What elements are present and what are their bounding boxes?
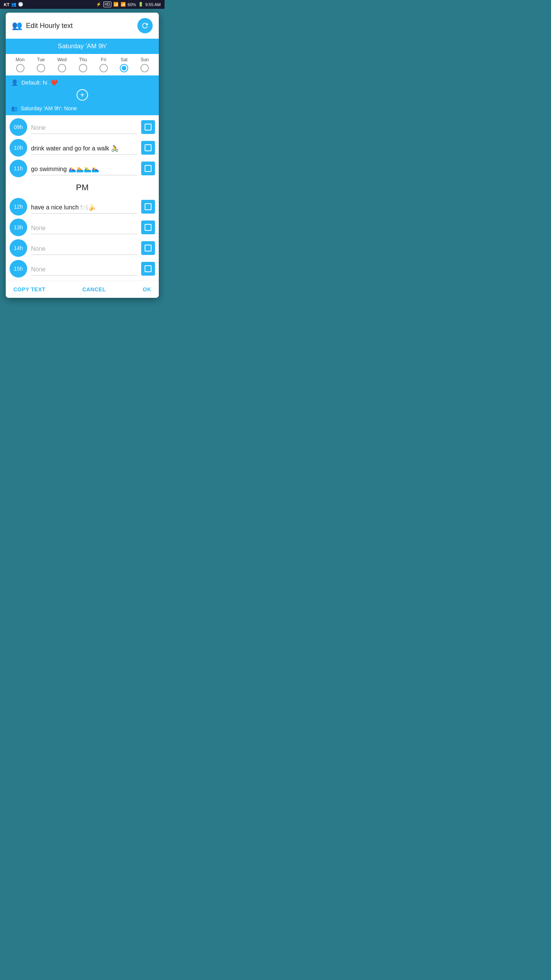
history-icon: 🕐 (18, 2, 23, 7)
hour-row-11: 11h go swimming 🏊‍♀️🏊🏊‍♂️🏊‍♀️ (6, 157, 159, 177)
person-icon-sm: 👤 (11, 79, 18, 86)
hour-text-13: None (31, 224, 46, 232)
hour-bubble-14: 14h (10, 239, 27, 257)
default-text: Default: hi .❤️ (21, 79, 58, 86)
hour-text-area-09[interactable]: None (31, 120, 137, 134)
hour-text-12: have a nice lunch 🍽️🍌 (31, 204, 96, 212)
copy-text-button[interactable]: COPY TEXT (13, 286, 46, 292)
hour-bubble-11: 11h (10, 160, 27, 177)
battery-icon: 🔋 (138, 2, 143, 7)
expand-btn-13[interactable] (141, 220, 155, 234)
add-btn[interactable]: + (11, 86, 153, 104)
day-tue[interactable]: Tue (37, 57, 45, 72)
hour-text-area-15[interactable]: None (31, 262, 137, 276)
default-row: 👤 Default: hi .❤️ (11, 79, 153, 86)
day-fri[interactable]: Fri (99, 57, 108, 72)
bluetooth-icon: ⚡ (96, 2, 101, 7)
default-section: 👤 Default: hi .❤️ + 👥 Saturday 'AM 9h': … (6, 75, 159, 115)
day-thu[interactable]: Thu (79, 57, 87, 72)
saturday-text: Saturday 'AM 9h': None (21, 105, 77, 111)
hour-text-11: go swimming 🏊‍♀️🏊🏊‍♂️🏊‍♀️ (31, 165, 99, 173)
dialog-footer: COPY TEXT CANCEL OK (6, 281, 159, 298)
refresh-button[interactable] (137, 18, 153, 33)
day-wed[interactable]: Wed (57, 57, 67, 72)
hd-icon: HD (103, 2, 111, 7)
hour-row-12: 12h have a nice lunch 🍽️🍌 (6, 195, 159, 216)
ok-button[interactable]: OK (143, 286, 151, 292)
day-mon[interactable]: Mon (16, 57, 24, 72)
expand-btn-14[interactable] (141, 241, 155, 255)
expand-btn-15[interactable] (141, 262, 155, 276)
hour-bubble-10: 10h (10, 139, 27, 157)
day-radios: Mon Tue Wed Thu Fri Sat Sun (6, 54, 159, 75)
hour-bubble-09: 09h (10, 118, 27, 136)
hour-text-area-14[interactable]: None (31, 241, 137, 255)
hour-bubble-12: 12h (10, 198, 27, 216)
hours-list: 09h None 10h drink water and go for a wa… (6, 115, 159, 278)
people-icon: 👥 (11, 2, 16, 7)
hour-row-13: 13h None (6, 216, 159, 236)
hour-text-area-11[interactable]: go swimming 🏊‍♀️🏊🏊‍♂️🏊‍♀️ (31, 162, 137, 175)
dialog-title: Edit Hourly text (26, 22, 73, 30)
hour-text-10: drink water and go for a walk 🚴 (31, 145, 119, 153)
dialog: 👥 Edit Hourly text Saturday 'AM 9h' Mon … (6, 13, 159, 298)
cancel-button[interactable]: CANCEL (82, 286, 106, 292)
battery-label: 60% (128, 2, 136, 7)
hour-text-15: None (31, 266, 46, 274)
hour-text-09: None (31, 124, 46, 132)
hour-row-15: 15h None (6, 257, 159, 278)
time-label: 9:55 AM (145, 2, 161, 7)
expand-btn-10[interactable] (141, 141, 155, 155)
hour-text-14: None (31, 245, 46, 253)
saturday-row: 👥 Saturday 'AM 9h': None (11, 104, 153, 111)
dialog-header: 👥 Edit Hourly text (6, 13, 159, 39)
day-sat[interactable]: Sat (120, 57, 128, 72)
pm-label: PM (6, 177, 159, 195)
day-selector-bar: Saturday 'AM 9h' (6, 39, 159, 54)
carrier-label: KT (4, 2, 10, 7)
person-icon: 👥 (12, 21, 22, 31)
expand-btn-09[interactable] (141, 120, 155, 134)
signal-icon: 📶 (121, 2, 126, 7)
hour-bubble-15: 15h (10, 260, 27, 278)
wifi-icon: 📶 (113, 2, 119, 7)
hour-text-area-12[interactable]: have a nice lunch 🍽️🍌 (31, 200, 137, 214)
hour-text-area-13[interactable]: None (31, 220, 137, 234)
hour-row-10: 10h drink water and go for a walk 🚴 (6, 136, 159, 157)
day-sun[interactable]: Sun (140, 57, 149, 72)
expand-btn-11[interactable] (141, 162, 155, 175)
hour-bubble-13: 13h (10, 219, 27, 236)
status-bar: KT 👥 🕐 ⚡ HD 📶 📶 60% 🔋 9:55 AM (0, 0, 165, 9)
people-icon-sm: 👥 (11, 105, 18, 111)
hour-text-area-10[interactable]: drink water and go for a walk 🚴 (31, 141, 137, 155)
day-selector-label: Saturday 'AM 9h' (58, 42, 107, 50)
hour-row-09: 09h None (6, 115, 159, 136)
expand-btn-12[interactable] (141, 200, 155, 214)
hour-row-14: 14h None (6, 236, 159, 257)
